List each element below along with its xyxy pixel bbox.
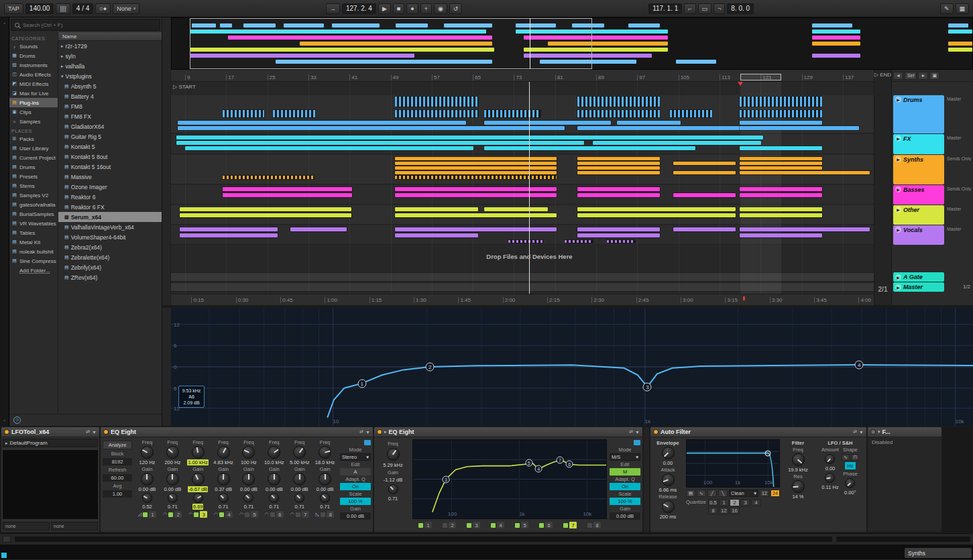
browser-item-valhallavintageverb-x64[interactable]: ▤ValhallaVintageVerb_x64 <box>58 222 162 232</box>
sidebar-item-max-for-live[interactable]: ◪Max for Live <box>9 89 58 98</box>
device-drop-area[interactable] <box>943 427 972 532</box>
sidebar-place-presets[interactable]: ▤Presets <box>9 172 58 181</box>
clip[interactable] <box>395 162 557 165</box>
adaptq-toggle[interactable]: On <box>340 483 371 490</box>
help-icon[interactable]: ? <box>13 416 21 424</box>
selected-track-name[interactable]: Synths <box>905 548 972 558</box>
save-preset-icon[interactable]: ▼ <box>92 430 97 435</box>
browser-item-serum-x64[interactable]: ▤Serum_x64 <box>58 212 162 222</box>
gain-knob[interactable] <box>319 473 331 486</box>
q-value[interactable]: 0.52 <box>142 504 152 510</box>
hot-swap-icon[interactable]: ⇄ <box>359 429 363 435</box>
attack-value[interactable]: 6.66 ms <box>659 487 677 493</box>
gain-value[interactable]: 0.00 dB <box>139 486 156 492</box>
loop-length-display[interactable]: 8. 0. 0 <box>727 3 754 14</box>
save-preset-icon[interactable]: ▼ <box>635 430 640 435</box>
q-knob[interactable] <box>320 493 330 503</box>
clip[interactable] <box>395 171 557 174</box>
resonance-value[interactable]: 14 % <box>792 494 803 500</box>
device-auto-filter-titlebar[interactable]: Auto Filter ⇄ ▼ <box>650 427 866 437</box>
q-value[interactable]: 0.71 <box>294 504 304 510</box>
clip[interactable] <box>395 187 557 191</box>
browser-item-battery-4[interactable]: ▤Battery 4 <box>58 91 162 101</box>
eq-eight-expanded-display[interactable]: 12341260612101k10k9.53 kHzA62.09 dB <box>171 308 973 426</box>
freq-knob[interactable] <box>319 446 331 459</box>
clip[interactable] <box>395 166 557 170</box>
tap-tempo-button[interactable]: TAP <box>4 3 23 14</box>
track-header-basses[interactable]: ▶Basses <box>893 185 944 205</box>
sidebar-item-clips[interactable]: ▣Clips <box>9 107 58 117</box>
groove-selector[interactable]: None ▾ <box>113 3 139 14</box>
sidebar-item-instruments[interactable]: ▧Instruments <box>9 60 58 70</box>
loop-region[interactable] <box>740 74 781 80</box>
phase-knob[interactable] <box>845 478 855 488</box>
list-header-name[interactable]: Name <box>58 32 162 41</box>
q-value[interactable]: 0.71 <box>219 504 229 510</box>
track-header-synths[interactable]: ▶Synths <box>893 155 944 184</box>
clip[interactable] <box>180 227 278 231</box>
q-value[interactable]: 0.71 <box>320 504 330 510</box>
freq-value[interactable]: 100 Hz <box>241 459 257 465</box>
sidebar-place-add-folder[interactable]: Add Folder... <box>9 266 58 275</box>
quantize-8[interactable]: 8 <box>708 507 718 514</box>
browser-item-kontakt-5-8out[interactable]: ▤Kontakt 5 8out <box>58 152 162 162</box>
quantize-4[interactable]: 4 <box>751 499 761 506</box>
browser-item-volumeshaper4-64bit[interactable]: ▤VolumeShaper4-64bit <box>58 232 162 242</box>
browser-item-massive[interactable]: ▤Massive <box>58 172 162 182</box>
q-knob[interactable] <box>243 493 253 503</box>
lfo-rate-knob[interactable] <box>825 473 835 483</box>
scale-value[interactable]: 100 % <box>610 498 640 505</box>
clip[interactable] <box>740 121 823 125</box>
clip[interactable] <box>740 233 823 237</box>
device-lfotool-titlebar[interactable]: LFOTool_x64 ⇄ ▼ <box>1 427 99 437</box>
clip[interactable] <box>484 146 695 150</box>
browser-item-r2r-1729[interactable]: ▸r2r-1729 <box>58 41 162 51</box>
browser-item-zebralette-x64[interactable]: ▤Zebralette(x64) <box>58 252 162 262</box>
freq-knob[interactable] <box>268 446 280 459</box>
freq-value[interactable]: 5.00 kHz <box>290 459 310 465</box>
freq-knob[interactable] <box>217 446 230 459</box>
mode-selector[interactable]: Stereo▾ <box>340 453 371 461</box>
sidebar-item-plug-ins[interactable]: ▤Plug-ins <box>9 98 58 107</box>
eq-node-4[interactable]: 4 <box>535 465 542 473</box>
avg-value[interactable]: 1.00 <box>103 490 132 498</box>
band-activator[interactable] <box>443 523 447 528</box>
envelope-amount-knob[interactable] <box>662 447 675 459</box>
browser-item-zebrify-x64[interactable]: ▤Zebrify(x64) <box>58 262 162 272</box>
fold-icon[interactable]: ▸ <box>384 429 387 435</box>
clip[interactable] <box>565 240 593 243</box>
sidebar-place-burialsamples[interactable]: ▤BurialSamples <box>9 209 58 219</box>
start-marker[interactable]: ▷ START <box>173 84 196 90</box>
gain-value[interactable]: 0.00 dB <box>266 486 283 492</box>
attack-knob[interactable] <box>662 473 675 486</box>
band-number[interactable]: 3 <box>473 522 480 528</box>
lfo-amount-knob[interactable] <box>825 454 835 464</box>
band-number[interactable]: 2 <box>449 522 456 528</box>
clip[interactable] <box>395 157 557 160</box>
tempo-display[interactable]: 140.00 <box>25 3 54 14</box>
clip[interactable] <box>740 213 823 217</box>
q-value[interactable]: 0.71 <box>244 504 254 510</box>
freq-value[interactable]: 1.00 kHz <box>187 459 209 465</box>
band-activator[interactable] <box>467 523 471 528</box>
release-knob[interactable] <box>662 500 675 513</box>
output-gain-value[interactable]: 0.00 dB <box>340 512 371 520</box>
clip[interactable] <box>740 166 823 170</box>
clip[interactable] <box>484 121 611 125</box>
freq-knob[interactable] <box>387 448 400 461</box>
release-value[interactable]: 200 ms <box>660 514 677 520</box>
sidebar-place-vr-wavetables[interactable]: ▤VR Wavetables <box>9 219 58 228</box>
band-activator[interactable] <box>270 512 275 517</box>
status-box[interactable] <box>3 536 11 543</box>
clip[interactable] <box>673 193 735 197</box>
filter-type-icon-1[interactable]: ∿ <box>697 490 706 497</box>
draw-mode-button[interactable]: ✎ <box>940 3 954 14</box>
follow-button[interactable]: → <box>326 3 340 14</box>
sidebar-place-stems[interactable]: ▤Stems <box>9 181 58 190</box>
freq-value[interactable]: 4.83 kHz <box>213 459 233 465</box>
clip[interactable] <box>740 171 870 174</box>
clip[interactable] <box>180 207 352 211</box>
clip[interactable] <box>395 213 557 217</box>
band-activator[interactable] <box>168 512 173 517</box>
clip[interactable] <box>577 162 661 165</box>
